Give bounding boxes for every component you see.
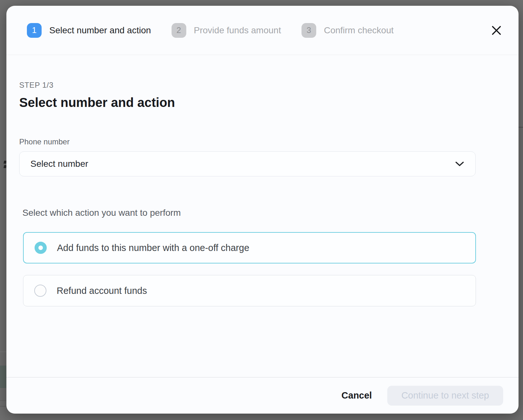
close-button[interactable] <box>488 22 504 38</box>
phone-number-label: Phone number <box>19 137 506 146</box>
step-2-badge: 2 <box>172 23 186 38</box>
step-1-badge: 1 <box>27 23 42 38</box>
continue-button[interactable]: Continue to next step <box>387 386 503 406</box>
step-indicator: STEP 1/3 <box>19 81 506 90</box>
step-3-badge: 3 <box>302 23 316 38</box>
radio-selected-icon[interactable] <box>35 242 47 254</box>
option-add-funds-label: Add funds to this number with a one-off … <box>57 243 249 253</box>
backdrop-artifact <box>3 161 6 169</box>
modal-footer: Cancel Continue to next step <box>6 377 519 414</box>
cancel-button[interactable]: Cancel <box>342 390 372 401</box>
action-prompt: Select which action you want to perform <box>22 208 506 218</box>
close-icon <box>491 25 502 36</box>
page-title: Select number and action <box>19 95 506 110</box>
chevron-down-icon <box>455 161 464 167</box>
option-add-funds[interactable]: Add funds to this number with a one-off … <box>23 232 476 263</box>
step-2-label: Provide funds amount <box>194 25 281 36</box>
phone-number-select-value: Select number <box>30 159 88 169</box>
modal-body: STEP 1/3 Select number and action Phone … <box>6 55 519 377</box>
stepper-step-2: 2 Provide funds amount <box>172 23 281 38</box>
backdrop-artifact <box>519 127 523 128</box>
option-refund-funds[interactable]: Refund account funds <box>23 275 476 306</box>
step-3-label: Confirm checkout <box>324 25 394 36</box>
add-funds-modal: 1 Select number and action 2 Provide fun… <box>6 6 519 414</box>
radio-unselected-icon[interactable] <box>34 285 46 297</box>
phone-number-select[interactable]: Select number <box>19 151 476 176</box>
option-refund-funds-label: Refund account funds <box>57 286 147 296</box>
modal-header: 1 Select number and action 2 Provide fun… <box>6 6 519 55</box>
step-1-label: Select number and action <box>49 25 151 36</box>
stepper-step-1: 1 Select number and action <box>27 23 151 38</box>
stepper-step-3: 3 Confirm checkout <box>302 23 394 38</box>
